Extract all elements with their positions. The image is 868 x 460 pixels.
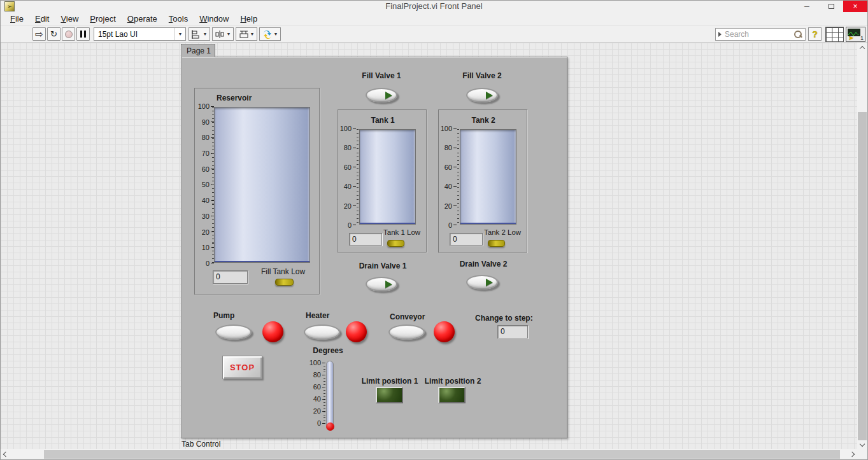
context-help-button[interactable]: ? (808, 27, 822, 41)
tank2-value: 0 (450, 233, 483, 246)
reorder-objects-icon (262, 30, 273, 39)
resize-grid-icon[interactable] (825, 27, 844, 42)
chevron-down-icon: ▼ (250, 32, 255, 36)
font-selector[interactable]: 15pt Lao UI ▼ (94, 27, 186, 41)
target-count: 1 (860, 35, 864, 41)
tank1-value: 0 (349, 233, 382, 246)
front-panel-canvas: Page 1 Fill Valve 1 Fill Valve 2 Reservo… (1, 43, 867, 459)
reservoir-tank-indicator (214, 107, 310, 263)
degrees-thermometer-bulb (326, 422, 334, 431)
fill-valve-2-switch[interactable] (466, 88, 498, 102)
change-to-step-input[interactable]: 0 (497, 325, 528, 338)
reservoir-title: Reservoir (217, 94, 252, 102)
reservoir-scale: 1009080706050403020100 (195, 102, 214, 267)
search-scope-icon (716, 32, 723, 37)
maximize-button[interactable] (819, 1, 843, 12)
resize-objects-button[interactable]: ▼ (236, 27, 257, 41)
menu-project[interactable]: Project (84, 13, 121, 25)
horizontal-scrollbar[interactable] (1, 449, 857, 459)
window-title: FinalProject.vi Front Panel (1, 1, 867, 11)
chevron-down-icon: ▼ (203, 32, 208, 36)
pump-switch[interactable] (215, 324, 252, 340)
menu-operate[interactable]: Operate (122, 13, 163, 25)
tab-control: Page 1 Fill Valve 1 Fill Valve 2 Reservo… (181, 44, 567, 440)
tank2-indicator (460, 129, 516, 225)
run-continuously-icon: ↻ (50, 29, 57, 39)
pump-led (262, 321, 283, 342)
tank2-low-led (488, 240, 505, 247)
drain-valve-2-label: Drain Valve 2 (460, 260, 508, 268)
menu-help[interactable]: Help (234, 13, 263, 25)
limit-position-2-label: Limit position 2 (425, 377, 481, 386)
tank1-indicator (359, 129, 416, 225)
tank1-low-label: Tank 1 Low (383, 228, 420, 236)
minimize-button[interactable]: ─ (795, 1, 819, 12)
abort-icon (65, 31, 73, 38)
reservoir-panel: Reservoir 1009080706050403020100 0 Fill … (194, 88, 320, 295)
close-button[interactable]: × (843, 1, 867, 12)
execution-target-icon[interactable]: ➤ 1 (846, 27, 865, 42)
menu-tools[interactable]: Tools (163, 13, 194, 25)
scroll-right-arrow[interactable] (847, 449, 857, 459)
limit-position-2-led (438, 387, 466, 403)
search-icon (793, 29, 803, 39)
run-arrow-icon: ⇨ (35, 29, 43, 39)
conveyor-led (434, 321, 455, 342)
tank1-minor-ticks (357, 129, 359, 225)
horizontal-scrollbar-thumb[interactable] (44, 450, 840, 459)
align-objects-icon (192, 30, 202, 39)
fill-tank-low-led (275, 279, 294, 286)
valve-arrow-icon (385, 281, 392, 288)
toolbar: ⇨ ↻ 15pt Lao UI ▼ ▼ ▼ (1, 26, 867, 43)
menu-edit[interactable]: Edit (29, 13, 55, 25)
heater-led (346, 321, 367, 342)
tank2-low-label: Tank 2 Low (484, 228, 521, 236)
heater-switch[interactable] (304, 324, 340, 340)
drain-valve-2-switch[interactable] (466, 275, 498, 289)
scroll-down-arrow[interactable] (857, 439, 867, 449)
degrees-scale: 100806040200 (305, 359, 325, 427)
search-input[interactable]: Search (723, 30, 793, 39)
tank1-panel: Tank 1 100806040200 0 Tank 1 Low (338, 109, 427, 253)
conveyor-label: Conveyor (390, 312, 425, 321)
scrollbar-corner (857, 449, 867, 459)
menu-window[interactable]: Window (194, 13, 234, 25)
tank2-panel: Tank 2 100806040200 0 Tank 2 Low (438, 109, 527, 253)
valve-arrow-icon (486, 92, 493, 99)
abort-button[interactable] (62, 27, 75, 41)
tab-page-1[interactable]: Page 1 (181, 44, 215, 57)
limit-position-1-led (376, 387, 403, 403)
run-button[interactable]: ⇨ (32, 27, 46, 41)
heater-label: Heater (306, 311, 329, 320)
search-box[interactable]: Search (715, 28, 806, 41)
scroll-left-arrow[interactable] (1, 449, 11, 459)
menu-view[interactable]: View (55, 13, 84, 25)
fill-valve-2-label: Fill Valve 2 (462, 71, 501, 80)
chevron-down-icon: ▼ (174, 28, 185, 40)
chevron-down-icon: ▼ (227, 32, 231, 36)
distribute-objects-button[interactable]: ▼ (212, 27, 234, 41)
vertical-scrollbar-thumb[interactable] (858, 112, 867, 440)
stop-button[interactable]: STOP (222, 356, 262, 379)
align-objects-button[interactable]: ▼ (189, 27, 210, 41)
reorder-objects-button[interactable]: ▼ (259, 27, 281, 41)
menu-bar: File Edit View Project Operate Tools Win… (1, 12, 867, 26)
tank1-scale: 100806040200 (338, 125, 356, 229)
scroll-up-arrow[interactable] (857, 43, 867, 53)
drain-valve-1-switch[interactable] (366, 277, 397, 291)
valve-arrow-icon (486, 279, 493, 286)
degrees-thermometer (326, 361, 334, 428)
tank2-minor-ticks (457, 129, 459, 225)
vertical-scrollbar[interactable] (857, 43, 867, 449)
pause-button[interactable] (76, 27, 90, 41)
resize-objects-icon (239, 30, 249, 39)
fill-valve-1-switch[interactable] (366, 88, 397, 102)
menu-file[interactable]: File (4, 13, 29, 25)
chevron-down-icon: ▼ (274, 32, 278, 36)
degrees-label: Degrees (313, 346, 343, 355)
tank2-scale: 100806040200 (439, 125, 457, 229)
drain-valve-1-label: Drain Valve 1 (359, 261, 407, 270)
degrees-minor-ticks (324, 363, 325, 423)
conveyor-switch[interactable] (388, 324, 425, 340)
run-continuously-button[interactable]: ↻ (47, 27, 60, 41)
